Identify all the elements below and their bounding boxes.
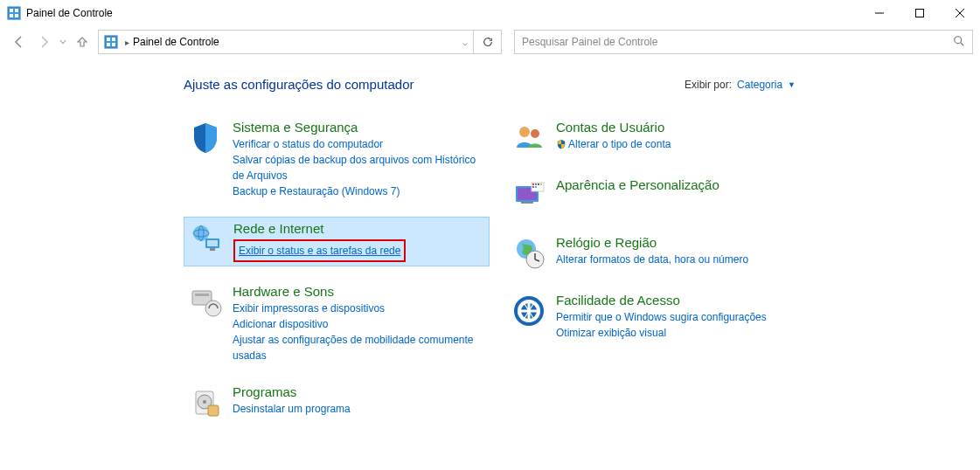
address-bar[interactable]: ▸ Painel de Controle ⌵ [98, 30, 474, 54]
chevron-right-icon[interactable]: ▸ [125, 38, 129, 47]
svg-rect-13 [112, 43, 115, 46]
svg-rect-12 [107, 43, 110, 46]
svg-rect-10 [107, 38, 110, 41]
svg-rect-6 [916, 10, 924, 17]
viewby-value[interactable]: Categoria [737, 79, 782, 91]
hardware-icon [187, 284, 224, 321]
navigation-bar: ▸ Painel de Controle ⌵ [0, 26, 980, 58]
svg-line-15 [961, 42, 964, 45]
category-hardware[interactable]: Hardware e Sons Exibir impressoras e dis… [184, 280, 490, 367]
category-network[interactable]: Rede e Internet Exibir o status e as tar… [184, 217, 490, 266]
link-printers-devices[interactable]: Exibir impressoras e dispositivos [233, 301, 486, 316]
back-button[interactable] [7, 30, 31, 54]
category-appearance[interactable]: Aparência e Personalização [507, 174, 813, 218]
svg-rect-19 [207, 240, 218, 246]
page-title: Ajuste as configurações do computador [184, 77, 414, 92]
svg-rect-20 [210, 248, 215, 251]
user-accounts-icon [511, 120, 547, 156]
link-mobility-settings[interactable]: Ajustar as configurações de mobilidade c… [233, 332, 486, 363]
svg-rect-36 [538, 183, 539, 185]
ease-of-access-icon [511, 293, 547, 329]
svg-rect-39 [535, 186, 537, 188]
programs-icon [187, 384, 224, 421]
svg-rect-3 [10, 14, 13, 17]
svg-rect-1 [10, 9, 13, 12]
shield-icon [556, 138, 566, 149]
control-panel-icon [7, 6, 21, 20]
svg-rect-34 [532, 183, 534, 185]
svg-point-23 [205, 301, 221, 316]
left-column: Sistema e Segurança Verificar o status d… [184, 116, 490, 439]
svg-rect-38 [532, 186, 534, 188]
window-controls [859, 0, 980, 26]
view-by-selector[interactable]: Exibir por: Categoria ▼ [685, 79, 796, 91]
close-button[interactable] [940, 0, 980, 26]
link-optimize-visual[interactable]: Otimizar exibição visual [556, 325, 767, 341]
viewby-label: Exibir por: [685, 79, 732, 91]
link-verify-status[interactable]: Verificar o status do computador [233, 136, 486, 152]
svg-rect-4 [15, 14, 18, 17]
forward-button[interactable] [31, 30, 56, 54]
category-title[interactable]: Contas de Usuário [556, 120, 671, 135]
network-icon [188, 221, 225, 258]
svg-rect-11 [112, 38, 115, 41]
up-button[interactable] [70, 30, 94, 54]
category-title[interactable]: Facilidade de Acesso [556, 293, 767, 308]
right-column: Contas de Usuário Alterar o tipo de cont… [507, 116, 813, 439]
category-title[interactable]: Programas [233, 384, 351, 399]
clock-region-icon [511, 235, 547, 272]
svg-rect-35 [535, 183, 537, 185]
search-box[interactable] [514, 30, 973, 54]
category-user-accounts[interactable]: Contas de Usuário Alterar o tipo de cont… [507, 116, 813, 160]
category-title[interactable]: Relógio e Região [556, 235, 748, 250]
appearance-icon [511, 177, 547, 214]
link-suggest-settings[interactable]: Permitir que o Windows sugira configuraç… [556, 309, 767, 325]
category-ease-of-access[interactable]: Facilidade de Acesso Permitir que o Wind… [507, 289, 813, 344]
search-icon [953, 35, 965, 50]
titlebar: Painel de Controle [0, 0, 980, 26]
content-area: Ajuste as configurações do computador Ex… [0, 58, 980, 439]
category-title[interactable]: Hardware e Sons [233, 284, 486, 299]
control-panel-crumb-icon [104, 35, 118, 49]
link-change-account-type[interactable]: Alterar o tipo de conta [556, 136, 671, 152]
svg-rect-22 [195, 294, 209, 296]
svg-rect-37 [540, 183, 542, 185]
category-programs[interactable]: Programas Desinstalar um programa [184, 381, 490, 425]
link-date-formats[interactable]: Alterar formatos de data, hora ou número [556, 252, 748, 267]
svg-point-26 [203, 400, 206, 404]
link-backup-restore[interactable]: Backup e Restauração (Windows 7) [233, 183, 486, 199]
svg-point-14 [955, 36, 962, 43]
address-dropdown-icon[interactable]: ⌵ [462, 38, 468, 47]
link-add-device[interactable]: Adicionar dispositivo [233, 316, 486, 332]
category-clock-region[interactable]: Relógio e Região Alterar formatos de dat… [507, 232, 813, 275]
link-uninstall[interactable]: Desinstalar um programa [233, 401, 351, 417]
svg-rect-32 [521, 202, 533, 204]
link-backup-history[interactable]: Salvar cópias de backup dos arquivos com… [233, 152, 486, 183]
maximize-button[interactable] [900, 0, 940, 26]
link-network-status[interactable]: Exibir o status e as tarefas da rede [233, 239, 406, 262]
chevron-down-icon: ▼ [788, 80, 796, 89]
minimize-button[interactable] [859, 0, 900, 26]
refresh-button[interactable] [474, 30, 502, 54]
category-system-security[interactable]: Sistema e Segurança Verificar o status d… [184, 116, 490, 203]
breadcrumb[interactable]: Painel de Controle [133, 36, 219, 48]
category-title[interactable]: Sistema e Segurança [233, 120, 486, 135]
svg-point-28 [519, 127, 530, 137]
system-security-icon [187, 120, 224, 156]
svg-point-29 [531, 129, 539, 138]
window-title: Painel de Controle [26, 7, 113, 19]
search-input[interactable] [522, 36, 965, 48]
svg-rect-2 [15, 9, 18, 12]
category-title[interactable]: Rede e Internet [233, 221, 406, 236]
category-title[interactable]: Aparência e Personalização [556, 177, 719, 192]
recent-dropdown[interactable] [56, 30, 70, 54]
svg-rect-27 [208, 405, 219, 416]
